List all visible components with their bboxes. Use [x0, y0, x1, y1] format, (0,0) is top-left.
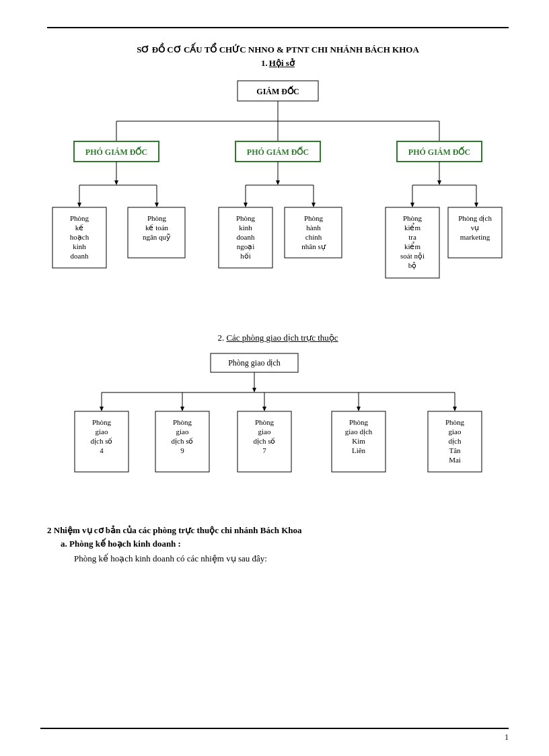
svg-marker-80: [453, 407, 457, 411]
svg-text:Phòng: Phòng: [304, 214, 324, 222]
svg-marker-72: [100, 407, 104, 411]
bottom-paragraph: Phòng kế hoạch kinh doanh có các nhiệm v…: [74, 553, 509, 564]
page: SƠ ĐỒ CƠ CẤU TỔ CHỨC NHNO & PTNT CHI NHÁ…: [0, 0, 549, 756]
svg-marker-28: [312, 203, 316, 207]
org-chart-section2: Phòng giao dịch Phòng giao dịch số 4: [47, 350, 509, 512]
bottom-section-title: 2 Nhiệm vụ cơ bản của các phòng trực thu…: [47, 525, 509, 536]
svg-text:ngoại: ngoại: [237, 242, 255, 251]
svg-text:hành: hành: [306, 224, 321, 232]
svg-text:7: 7: [262, 446, 266, 454]
svg-text:Phòng: Phòng: [147, 214, 167, 222]
section2-label: 2. Các phòng giao dịch trực thuộc: [47, 333, 509, 343]
svg-marker-31: [410, 203, 414, 207]
svg-text:ngân quỹ: ngân quỹ: [143, 233, 171, 241]
svg-marker-18: [437, 180, 441, 185]
main-title: SƠ ĐỒ CƠ CẤU TỔ CHỨC NHNO & PTNT CHI NHÁ…: [47, 44, 509, 55]
svg-text:giao: giao: [258, 427, 271, 436]
svg-text:Phòng: Phòng: [349, 418, 369, 426]
svg-text:PHÓ GIÁM ĐỐC: PHÓ GIÁM ĐỐC: [408, 146, 470, 157]
sub-title: Hội sở: [269, 58, 295, 68]
svg-text:GIÁM ĐỐC: GIÁM ĐỐC: [256, 85, 299, 96]
svg-text:Phòng: Phòng: [92, 418, 112, 426]
svg-text:Liên: Liên: [352, 446, 366, 454]
svg-text:9: 9: [180, 446, 184, 454]
svg-text:soát nội: soát nội: [400, 252, 425, 261]
svg-text:4: 4: [100, 446, 104, 454]
svg-marker-78: [357, 407, 361, 411]
top-line: [47, 27, 509, 28]
bottom-line: [40, 728, 509, 729]
svg-text:marketing: marketing: [460, 233, 490, 241]
sub-title-prefix: 1.: [261, 58, 268, 68]
svg-text:tra: tra: [408, 233, 416, 241]
svg-text:giao: giao: [96, 427, 108, 436]
svg-text:vụ: vụ: [471, 224, 480, 232]
svg-text:kiểm: kiểm: [404, 223, 421, 232]
svg-text:Mai: Mai: [449, 456, 461, 464]
svg-text:dịch số: dịch số: [172, 437, 194, 446]
svg-text:doanh: doanh: [71, 252, 89, 260]
svg-text:dịch số: dịch số: [254, 437, 276, 446]
title-section: SƠ ĐỒ CƠ CẤU TỔ CHỨC NHNO & PTNT CHI NHÁ…: [47, 44, 509, 69]
svg-text:kinh: kinh: [239, 224, 252, 232]
svg-text:Tân: Tân: [449, 446, 461, 454]
svg-marker-74: [180, 407, 184, 411]
org-chart-section1: GIÁM ĐỐC PHÓ GIÁM ĐỐC PHÓ GIÁM ĐỐC PHÓ G…: [47, 74, 509, 330]
svg-text:Phòng: Phòng: [236, 214, 256, 222]
svg-marker-16: [276, 180, 280, 185]
svg-text:kế: kế: [75, 224, 84, 232]
svg-text:dịch: dịch: [449, 437, 462, 446]
svg-text:kinh: kinh: [73, 242, 86, 250]
svg-marker-76: [262, 407, 266, 411]
svg-text:nhân sự: nhân sự: [301, 242, 326, 251]
svg-text:doanh: doanh: [237, 233, 255, 241]
svg-marker-21: [77, 203, 81, 207]
svg-text:Phòng: Phòng: [445, 418, 465, 426]
svg-text:Phòng dịch: Phòng dịch: [458, 214, 492, 223]
svg-text:giao: giao: [449, 427, 462, 436]
svg-text:Phòng: Phòng: [403, 214, 423, 222]
svg-text:dịch số: dịch số: [91, 437, 113, 446]
svg-text:hối: hối: [240, 252, 251, 260]
svg-text:giao: giao: [176, 427, 189, 436]
svg-text:Phòng: Phòng: [173, 418, 192, 426]
svg-text:Phòng giao dịch: Phòng giao dịch: [228, 358, 281, 368]
svg-text:PHÓ GIÁM ĐỐC: PHÓ GIÁM ĐỐC: [247, 146, 309, 157]
svg-text:Kim: Kim: [352, 437, 365, 445]
svg-text:giao dịch: giao dịch: [345, 427, 373, 436]
svg-text:PHÓ GIÁM ĐỐC: PHÓ GIÁM ĐỐC: [85, 146, 147, 157]
bottom-text-section: 2 Nhiệm vụ cơ bản của các phòng trực thu…: [47, 525, 509, 564]
svg-marker-26: [244, 203, 248, 207]
svg-marker-33: [474, 203, 478, 207]
bottom-sub-title: a. Phòng kế hoạch kinh doanh :: [61, 539, 509, 549]
svg-text:kế toán: kế toán: [145, 224, 169, 232]
svg-marker-14: [114, 180, 118, 185]
page-number: 1: [505, 732, 509, 743]
svg-marker-69: [252, 388, 256, 392]
svg-text:Phòng: Phòng: [70, 214, 89, 222]
svg-text:chính: chính: [305, 233, 322, 241]
svg-marker-23: [155, 203, 159, 207]
svg-text:bộ: bộ: [408, 261, 417, 270]
svg-text:hoạch: hoạch: [70, 233, 89, 242]
svg-text:kiểm: kiểm: [404, 242, 421, 250]
svg-text:Phòng: Phòng: [255, 418, 274, 426]
section2-title: Các phòng giao dịch trực thuộc: [226, 333, 338, 343]
